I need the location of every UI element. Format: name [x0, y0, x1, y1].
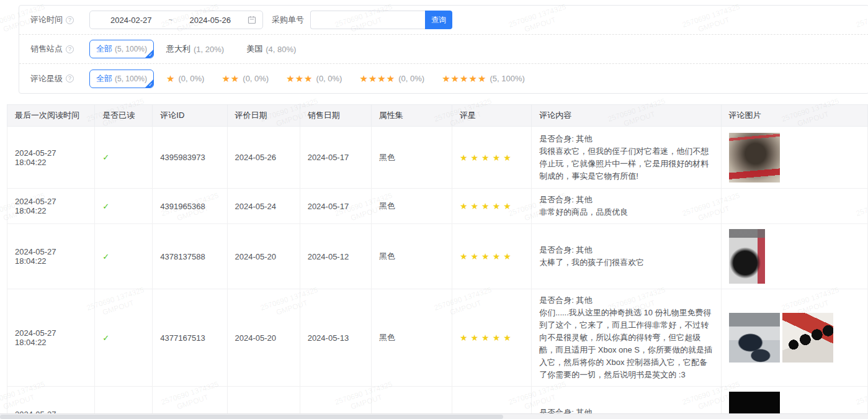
calendar-icon[interactable]: [248, 16, 256, 24]
cell-review-id: 4377167513: [153, 289, 227, 387]
col-header-is-read: 是否已读: [95, 105, 153, 127]
option-count: (1, 20%): [194, 45, 224, 54]
sales-site-label-group: 销售站点 ?: [30, 43, 89, 55]
option-count: (0, 0%): [398, 74, 424, 83]
rating-option-1-star[interactable]: ★ (0, 0%): [166, 73, 204, 84]
cell-attribute: 黑色: [371, 189, 452, 224]
rating-option-4-star[interactable]: ★★★★ (0, 0%): [359, 73, 424, 84]
selected-check-icon: ✓: [148, 52, 153, 58]
cell-attribute: 黑色: [371, 289, 452, 387]
star-rating-icons: ★★★★★: [460, 201, 514, 211]
review-management-page: 评论时间 ? 2024-02-27 ~ 2024-05-26 采购单号 查询 销…: [0, 0, 868, 419]
col-header-attribute-set: 属性集: [371, 105, 452, 127]
chip-label: 全部: [96, 73, 112, 84]
filter-row-sales-site: 销售站点 ? 全部 (5, 100%) ✓ 意大利 (1, 20%) 美国 (4…: [19, 35, 868, 64]
cell-sale-date: 2024-05-17: [300, 189, 371, 224]
scrollbar-thumb[interactable]: [0, 415, 503, 419]
end-date-input[interactable]: 2024-05-26: [176, 16, 246, 25]
chip-count: (5, 100%): [115, 74, 147, 83]
rating-label-group: 评论星级 ?: [30, 73, 89, 84]
review-image-thumbnail[interactable]: [782, 313, 833, 363]
rating-option-5-star[interactable]: ★★★★★ (5, 100%): [442, 73, 525, 84]
sales-site-option-usa[interactable]: 美国 (4, 80%): [246, 43, 296, 55]
sales-site-option-italy[interactable]: 意大利 (1, 20%): [166, 43, 224, 55]
review-fit-label: 是否合身: 其他: [539, 133, 713, 145]
cell-review-id: 4395983973: [153, 127, 227, 189]
cell-last-read: 2024-05-27 18:04:22: [7, 127, 95, 189]
review-time-label-group: 评论时间 ?: [30, 14, 89, 25]
star-icons: ★★★★★: [442, 73, 486, 84]
read-check-icon: ✓: [102, 252, 109, 261]
search-button[interactable]: 查询: [425, 11, 452, 29]
col-header-review-images: 评论图片: [721, 105, 867, 127]
star-rating-icons: ★★★★★: [460, 251, 514, 261]
review-fit-label: 是否合身: 其他: [539, 294, 713, 307]
review-image-thumbnail[interactable]: [729, 229, 765, 284]
table-row: 2024-05-27 18:04:22 ✓ 4378137588 2024-05…: [7, 224, 868, 289]
cell-sale-date: 2024-05-12: [300, 224, 371, 289]
review-text: 太棒了，我的孩子们很喜欢它: [539, 256, 713, 269]
col-header-star-rating: 评星: [452, 105, 532, 127]
cell-last-read: 2024-05-27 18:04:22: [7, 189, 95, 224]
cell-attribute: 黑色: [371, 127, 452, 189]
chip-count: (5, 100%): [115, 45, 147, 53]
option-name: 美国: [246, 43, 262, 55]
cell-review-date: 2024-05-24: [227, 189, 300, 224]
review-fit-label: 是否合身: 其他: [539, 244, 713, 256]
rating-option-3-star[interactable]: ★★★ (0, 0%): [286, 73, 342, 84]
cell-last-read: 2024-05-27 18:04:22: [7, 289, 95, 387]
cell-attribute: 黑色: [371, 224, 452, 289]
help-icon[interactable]: ?: [66, 16, 74, 24]
star-icons: ★: [166, 73, 175, 84]
filter-row-review-time: 评论时间 ? 2024-02-27 ~ 2024-05-26 采购单号 查询: [19, 6, 868, 35]
col-header-sale-date: 销售日期: [300, 105, 371, 127]
star-icons: ★★★: [286, 73, 313, 84]
cell-review-content: 是否合身: 其他 你们......我从这里的神奇挑选 10 份礼物里免费得到了这…: [532, 289, 721, 387]
selected-check-icon: ✓: [148, 82, 153, 88]
filter-row-rating: 评论星级 ? 全部 (5, 100%) ✓ ★ (0, 0%) ★★ (0, 0…: [19, 64, 868, 93]
date-range-picker[interactable]: 2024-02-27 ~ 2024-05-26: [89, 11, 263, 29]
col-header-last-read-time: 最后一次阅读时间: [7, 105, 95, 127]
sales-site-all-chip[interactable]: 全部 (5, 100%) ✓: [89, 40, 154, 58]
read-check-icon: ✓: [102, 153, 109, 162]
cell-sale-date: 2024-05-13: [300, 289, 371, 387]
cell-review-id: 4378137588: [153, 224, 227, 289]
table-header-row: 最后一次阅读时间 是否已读 评论ID 评价日期 销售日期 属性集 评星 评论内容…: [7, 105, 868, 127]
chip-label: 全部: [96, 43, 112, 55]
review-fit-label: 是否合身: 其他: [539, 194, 713, 206]
help-icon[interactable]: ?: [66, 45, 74, 53]
purchase-order-label: 采购单号: [272, 14, 304, 25]
review-image-thumbnail[interactable]: [729, 313, 780, 363]
option-count: (0, 0%): [178, 74, 204, 83]
cell-review-content: 是否合身: 其他 太棒了，我的孩子们很喜欢它: [532, 224, 721, 289]
cell-review-content: 是否合身: 其他 我很喜欢它，但我的侄子们对它着迷，他们不想停止玩，它就像照片中…: [532, 127, 721, 189]
rating-option-2-star[interactable]: ★★ (0, 0%): [221, 73, 269, 84]
rating-all-chip[interactable]: 全部 (5, 100%) ✓: [89, 70, 154, 88]
col-header-review-content: 评论内容: [532, 105, 721, 127]
read-check-icon: ✓: [102, 333, 109, 343]
filter-panel: 评论时间 ? 2024-02-27 ~ 2024-05-26 采购单号 查询 销…: [19, 5, 868, 94]
reviews-table-container: 最后一次阅读时间 是否已读 评论ID 评价日期 销售日期 属性集 评星 评论内容…: [7, 104, 868, 419]
review-image-thumbnail[interactable]: [729, 133, 780, 182]
review-text: 我很喜欢它，但我的侄子们对它着迷，他们不想停止玩，它就像照片中一样，它是用很好的…: [539, 145, 713, 182]
read-check-icon: ✓: [102, 202, 109, 211]
cell-sale-date: 2024-05-17: [300, 127, 371, 189]
purchase-order-input[interactable]: [310, 11, 425, 29]
review-time-label: 评论时间: [30, 14, 63, 25]
cell-review-content: 是否合身: 其他 非常好的商品，品质优良: [532, 189, 721, 224]
help-icon[interactable]: ?: [66, 74, 74, 83]
option-name: 意大利: [166, 43, 190, 55]
start-date-input[interactable]: 2024-02-27: [96, 16, 166, 25]
horizontal-scrollbar[interactable]: [0, 413, 868, 419]
cell-review-date: 2024-05-20: [227, 289, 300, 387]
table-row: 2024-05-27 18:04:22 ✓ 4395983973 2024-05…: [7, 127, 868, 189]
sales-site-options: 意大利 (1, 20%) 美国 (4, 80%): [166, 43, 318, 55]
option-count: (5, 100%): [490, 74, 524, 83]
cell-last-read: 2024-05-27 18:04:22: [7, 224, 95, 289]
star-icons: ★★: [221, 73, 239, 84]
col-header-review-id: 评论ID: [153, 105, 227, 127]
cell-review-id: 4391965368: [153, 189, 227, 224]
reviews-table: 最后一次阅读时间 是否已读 评论ID 评价日期 销售日期 属性集 评星 评论内容…: [7, 104, 868, 419]
option-count: (0, 0%): [243, 74, 269, 83]
star-rating-icons: ★★★★★: [460, 153, 514, 163]
